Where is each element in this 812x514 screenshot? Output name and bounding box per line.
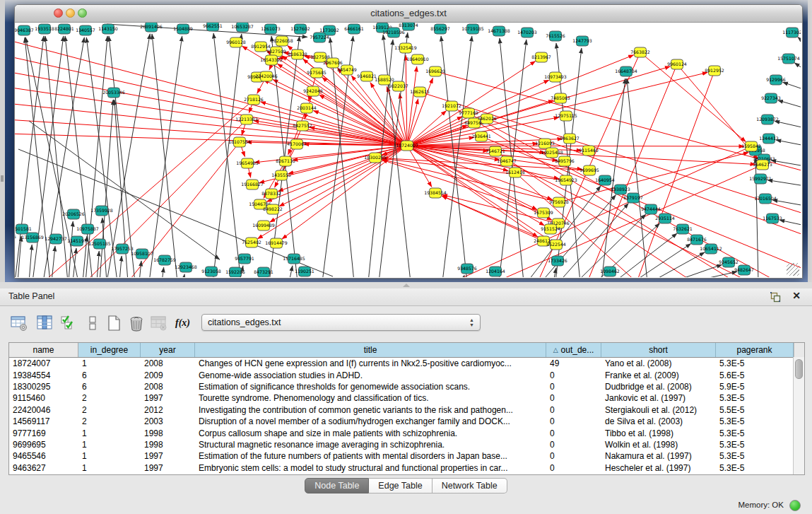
network-edge[interactable] [778, 100, 801, 108]
column-header-in_degree[interactable]: in_degree [78, 343, 141, 357]
table-cell[interactable]: Genome-wide association studies in ADHD. [195, 370, 546, 380]
table-cell[interactable]: 0 [546, 440, 601, 450]
tab-edge-table[interactable]: Edge Table [369, 478, 432, 493]
network-edge[interactable] [507, 161, 750, 277]
table-cell[interactable]: Stergiakouli et al. (2012) [601, 405, 716, 415]
show-columns-icon[interactable] [35, 314, 54, 332]
table-cell[interactable]: 5.6E-5 [716, 370, 794, 380]
table-cell[interactable]: 0 [546, 463, 601, 473]
table-cell[interactable]: Changes of HCN gene expression and I(f) … [195, 358, 546, 368]
table-cell[interactable]: Disruption of a novel member of a sodium… [195, 416, 546, 426]
table-cell[interactable]: 0 [546, 405, 601, 415]
network-edge[interactable] [587, 64, 677, 277]
network-edge[interactable] [119, 256, 122, 277]
network-edge[interactable] [162, 267, 164, 277]
network-edge[interactable] [15, 40, 407, 146]
table-cell[interactable]: 1 [78, 451, 141, 461]
panel-splitter[interactable] [0, 282, 812, 288]
network-canvas[interactable]: 9046387193351882248011340557114315020891… [15, 23, 801, 277]
table-cell[interactable]: 0 [546, 370, 601, 380]
table-cell[interactable]: 1 [78, 358, 141, 368]
network-edge[interactable] [107, 34, 150, 277]
table-cell[interactable]: 2008 [141, 358, 195, 368]
table-cell[interactable]: Hescheler et al. (1997) [601, 463, 716, 473]
table-cell[interactable]: 2012 [141, 405, 195, 415]
column-header-name[interactable]: name [9, 343, 78, 357]
table-row[interactable]: 1456911722003Disruption of a novel membe… [9, 416, 804, 427]
column-header-title[interactable]: title [195, 343, 546, 357]
table-cell[interactable]: 5.3E-5 [716, 358, 794, 368]
table-row[interactable]: 977716911998Corpus callosum shape and si… [9, 427, 804, 438]
table-cell[interactable]: 2 [78, 393, 141, 403]
table-cell[interactable]: 0 [546, 382, 601, 392]
table-cell[interactable]: 18724007 [9, 358, 78, 368]
table-cell[interactable]: 0 [546, 416, 601, 426]
table-cell[interactable]: 18300295 [9, 382, 78, 392]
table-cell[interactable]: Investigating the contribution of common… [195, 405, 546, 415]
network-edge[interactable] [559, 153, 748, 202]
column-header-pagerank[interactable]: pagerank [716, 343, 794, 357]
network-edge[interactable] [289, 266, 293, 277]
table-cell[interactable]: 1997 [141, 393, 195, 403]
table-cell[interactable]: 19384554 [9, 370, 78, 380]
table-cell[interactable]: Nakamura et al. (1997) [601, 451, 716, 461]
table-cell[interactable]: Tibbo et al. (1998) [601, 428, 716, 438]
table-row[interactable]: 1938455462009Genome-wide association stu… [9, 369, 804, 380]
network-edge[interactable] [407, 99, 418, 146]
window-resize-grip[interactable] [787, 263, 799, 276]
tab-node-table[interactable]: Node Table [305, 478, 369, 493]
network-edge[interactable] [461, 275, 464, 277]
table-cell[interactable]: 1998 [141, 428, 195, 438]
table-row[interactable]: 911546021997Tourette syndrome. Phenomeno… [9, 392, 804, 404]
memory-status-icon[interactable] [789, 500, 801, 511]
table-cell[interactable]: Tourette syndrome. Phenomenology and cla… [195, 393, 546, 403]
table-cell[interactable]: 5.5E-5 [716, 405, 794, 415]
network-edge[interactable] [553, 268, 556, 277]
column-header-out_de[interactable]: △out_de... [546, 343, 601, 357]
select-columns-icon[interactable] [59, 314, 78, 332]
table-cell[interactable]: 1997 [141, 463, 195, 473]
network-edge[interactable] [779, 220, 801, 226]
table-cell[interactable]: 1 [78, 440, 141, 450]
network-edge[interactable] [183, 274, 184, 277]
close-panel-icon[interactable]: ✕ [792, 290, 801, 301]
table-cell[interactable]: Estimation of significance thresholds fo… [195, 382, 546, 392]
table-cell[interactable]: 9463627 [9, 463, 78, 473]
column-header-short[interactable]: short [601, 343, 716, 357]
network-edge[interactable] [775, 121, 801, 128]
network-edge[interactable] [149, 36, 182, 277]
table-cell[interactable]: Franke et al. (2009) [601, 370, 716, 380]
network-edge[interactable] [798, 37, 801, 43]
table-cell[interactable]: 9465546 [9, 451, 78, 461]
table-selector-dropdown[interactable]: citations_edges.txt ▲▼ [201, 314, 481, 331]
table-cell[interactable]: de Silva et al. (2003) [601, 416, 716, 426]
table-cell[interactable]: 2009 [141, 370, 195, 380]
table-cell[interactable]: 1 [78, 463, 141, 473]
table-cell[interactable]: 0 [546, 451, 601, 461]
table-cell[interactable]: Structural magnetic resonance image aver… [195, 440, 546, 450]
table-cell[interactable]: 0 [546, 428, 601, 438]
column-header-year[interactable]: year [141, 343, 195, 357]
network-edge[interactable] [73, 248, 76, 277]
table-cell[interactable]: 9699695 [9, 440, 78, 450]
network-edge[interactable] [782, 82, 801, 90]
table-cell[interactable]: 5.3E-5 [716, 428, 794, 438]
table-cell[interactable]: 1 [78, 428, 141, 438]
network-edge[interactable] [406, 55, 407, 146]
network-edge[interactable] [97, 251, 99, 277]
table-cell[interactable]: 0 [546, 393, 601, 403]
network-edge[interactable] [152, 34, 177, 277]
network-edge[interactable] [407, 146, 544, 226]
table-cell[interactable]: 5.9E-5 [716, 382, 794, 392]
table-cell[interactable]: 5.3E-5 [716, 416, 794, 426]
network-window[interactable]: citations_edges.txt 90463871933518822480… [14, 4, 803, 279]
network-edge[interactable] [213, 34, 242, 277]
table-mode-icon[interactable] [10, 314, 28, 332]
new-column-icon[interactable] [105, 314, 123, 332]
table-cell[interactable]: Wolkin et al. (1998) [601, 440, 716, 450]
network-svg[interactable]: 9046387193351882248011340557114315020891… [15, 23, 801, 277]
table-row[interactable]: 1830029562008Estimation of significance … [9, 381, 804, 392]
table-cell[interactable]: Yano et al. (2008) [601, 358, 716, 368]
network-edge[interactable] [29, 245, 32, 277]
network-edge[interactable] [767, 180, 801, 186]
